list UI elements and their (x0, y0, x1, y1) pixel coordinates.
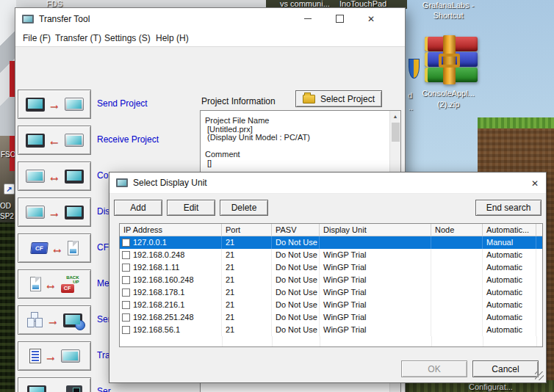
select-project-label: Select Project (320, 94, 375, 104)
cell: 192.168.216.1 (120, 299, 222, 311)
cell: Do Not Use (272, 274, 320, 286)
sidebar-button-disp[interactable]: i→ (18, 197, 91, 227)
sidebar-button-ser[interactable]: → (18, 305, 91, 335)
row-checkbox[interactable] (122, 326, 130, 334)
table-row-192-168-0-248[interactable]: 192.168.0.24821Do Not UseWinGP TrialAuto… (120, 249, 542, 261)
menu-transfer-t[interactable]: Transfer (T) (52, 32, 104, 45)
cell (536, 274, 543, 286)
cell: WinGP Trial (320, 311, 431, 324)
maximize-button[interactable] (328, 8, 351, 29)
cell: 192.168.56.1 (120, 324, 222, 336)
table-row-127-0-0-1[interactable]: 127.0.0.121Do Not UseManual (120, 236, 542, 249)
column-header-node[interactable]: Node (431, 224, 483, 236)
ip-address-value: 192.168.160.248 (133, 274, 194, 286)
column-header-automatic[interactable]: Automatic... (483, 224, 536, 236)
ok-button[interactable]: OK (401, 360, 467, 377)
table-row-192-168-160-248[interactable]: 192.168.160.24821Do Not UseWinGP TrialAu… (120, 274, 542, 286)
cancel-button[interactable]: Cancel (472, 360, 539, 377)
row-checkbox[interactable] (122, 301, 130, 309)
list-body[interactable]: 127.0.0.121Do Not UseManual192.168.0.248… (120, 236, 542, 336)
menu-file-f[interactable]: File (F) (20, 32, 54, 45)
display-unit-list[interactable]: IP AddressPortPASVDisplay UnitNodeAutoma… (119, 223, 543, 347)
transfer-tool-app-icon (22, 15, 34, 23)
cell (536, 236, 543, 249)
document-icon (68, 241, 79, 255)
shortcut-arrow-icon[interactable]: ↗ (4, 184, 15, 195)
select-display-unit-dialog: Select Display Unit Add Edit Delete End … (109, 172, 547, 383)
sidebar-button-tra[interactable]: → (18, 341, 91, 371)
row-checkbox[interactable] (122, 239, 130, 247)
column-header-port[interactable]: Port (222, 224, 272, 236)
cell: 21 (222, 311, 272, 324)
row-checkbox[interactable] (122, 288, 130, 297)
sidebar-button-ser[interactable]: → (18, 377, 91, 392)
delete-button[interactable]: Delete (220, 200, 268, 216)
cell (431, 261, 483, 274)
winrar-archive-icon[interactable] (425, 37, 478, 83)
end-search-button[interactable]: End search (475, 200, 542, 216)
desktop-icon-label-configurat[interactable]: Configurat... (469, 382, 513, 391)
resize-grip[interactable] (535, 371, 544, 380)
close-button[interactable] (359, 8, 383, 29)
dialog-titlebar[interactable]: Select Display Unit (109, 173, 546, 194)
desktop-icon-label-grafana-2[interactable]: Shortcut (403, 11, 494, 20)
arrow-right-icon: → (48, 206, 61, 219)
table-row-192-168-216-1[interactable]: 192.168.216.121Do Not UseWinGP TrialAuto… (120, 299, 542, 311)
row-checkbox[interactable] (122, 251, 130, 259)
desktop-icon-label-consoleapp-2[interactable]: (2).zip (403, 100, 494, 109)
table-row-192-168-1-11[interactable]: 192.168.1.1121Do Not UseWinGP TrialAutom… (120, 261, 542, 274)
dialog-close-button[interactable] (522, 173, 547, 194)
row-checkbox[interactable] (122, 264, 130, 272)
select-project-button[interactable]: Select Project (295, 90, 382, 107)
sidebar-button-cf[interactable]: CF↔ (18, 233, 91, 263)
cell: Automatic (483, 286, 536, 299)
scroll-up-arrow-icon[interactable]: ▲ (390, 111, 400, 122)
minimize-button[interactable] (296, 8, 320, 29)
pc-icon (27, 385, 46, 392)
cell (536, 286, 543, 299)
cell: Do Not Use (272, 249, 320, 261)
pc-icon (26, 134, 45, 148)
row-checkbox[interactable] (122, 313, 130, 322)
recipe-list-icon (29, 349, 41, 363)
sidebar-label-tra: Tra (97, 350, 110, 360)
menu-settings-s[interactable]: Settings (S) (101, 32, 154, 45)
column-header-pasv[interactable]: PASV (272, 224, 320, 236)
sidebar-button-compare-project[interactable]: ↔ (18, 161, 91, 191)
desktop-icon-label-grafana[interactable]: GrafanaLabs - (403, 1, 494, 10)
desktop-icon-label-consoleapp[interactable]: ConsoleAppl... (403, 89, 494, 98)
column-header-spacer[interactable] (536, 224, 543, 236)
cell: WinGP Trial (320, 249, 431, 261)
sidebar-button-mer[interactable]: ↔BACK UP (18, 269, 91, 299)
table-row-192-168-56-1[interactable]: 192.168.56.121Do Not UseWinGP TrialAutom… (120, 324, 542, 336)
display-icon (61, 349, 80, 363)
display-globe-icon (63, 313, 82, 327)
edit-button[interactable]: Edit (167, 200, 215, 216)
cell (536, 324, 543, 336)
scrollbar-thumb[interactable] (392, 123, 400, 142)
cell: WinGP Trial (320, 286, 431, 299)
table-row-192-168-251-248[interactable]: 192.168.251.24821Do Not UseWinGP TrialAu… (120, 311, 542, 324)
menu-help-h[interactable]: Help (H) (153, 32, 192, 45)
shield-app-icon[interactable] (409, 59, 420, 79)
dialog-app-icon (116, 178, 128, 187)
cell: Automatic (483, 261, 536, 274)
desktop-icon-label-fso: FSO (1, 150, 16, 159)
cell: 21 (222, 299, 272, 311)
row-checkbox[interactable] (122, 276, 130, 284)
cell: 192.168.160.248 (120, 274, 222, 286)
add-button[interactable]: Add (114, 200, 162, 216)
table-row-192-168-178-1[interactable]: 192.168.178.121Do Not UseWinGP TrialAuto… (120, 286, 542, 299)
cell (536, 299, 543, 311)
cf-card-icon: CF (30, 242, 48, 254)
cell: Do Not Use (272, 286, 320, 299)
cell: 192.168.1.11 (120, 261, 222, 274)
pc-icon (65, 170, 84, 184)
winrar-buckle (439, 54, 460, 68)
cell: WinGP Trial (320, 261, 431, 274)
column-header-display-unit[interactable]: Display Unit (320, 224, 431, 236)
column-header-ip-address[interactable]: IP Address (120, 224, 222, 236)
sidebar-button-send-project[interactable]: → (18, 90, 91, 119)
cell: Do Not Use (272, 261, 320, 274)
sidebar-button-receive-project[interactable]: ← (18, 126, 91, 155)
